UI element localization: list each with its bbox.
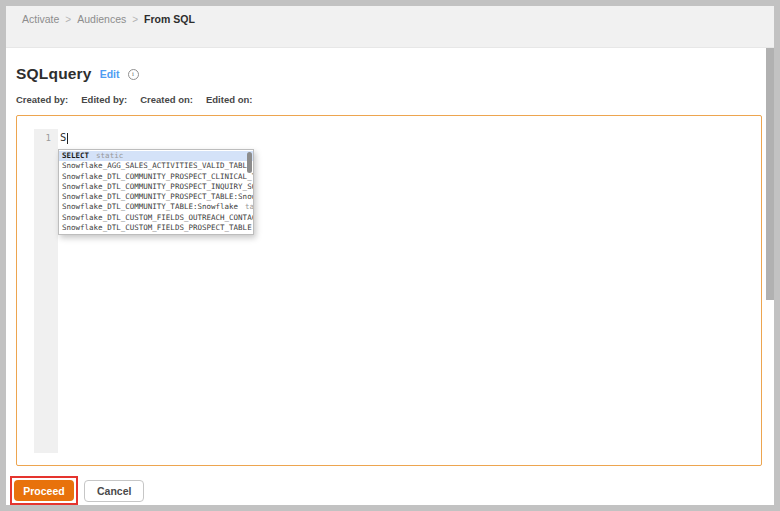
dropdown-scrollbar-thumb[interactable] [247,152,252,173]
autocomplete-item[interactable]: Snowflake_AGG_SALES_ACTIVITIES_VALID_TAB… [59,161,253,171]
created-on-label: Created on: [140,94,193,105]
text-cursor-icon [67,133,68,144]
cancel-button[interactable]: Cancel [84,480,144,502]
autocomplete-item-text: Snowflake_DTL_CUSTOM_FIELDS_PROSPECT_TAB… [62,223,253,232]
autocomplete-item[interactable]: Snowflake_DTL_COMMUNITY_PROSPECT_TABLE:S… [59,192,253,202]
info-icon[interactable]: i [128,69,139,80]
breadcrumb-item-activate[interactable]: Activate [22,13,59,25]
autocomplete-item-type: static [96,151,123,160]
autocomplete-item[interactable]: Snowflake_DTL_COMMUNITY_PROSPECT_INQUIRY… [59,182,253,192]
autocomplete-item-text: Snowflake_DTL_CUSTOM_FIELDS_OUTREACH_CON… [62,213,253,222]
app-window: Activate > Audiences > From SQL SQLquery… [6,6,774,505]
line-number: 1 [34,133,51,143]
autocomplete-item[interactable]: Snowflake_DTL_CUSTOM_FIELDS_PROSPECT_TAB… [59,223,253,233]
page-scrollbar-thumb[interactable] [766,48,774,300]
autocomplete-item[interactable]: Snowflake_DTL_COMMUNITY_PROSPECT_CLINICA… [59,172,253,182]
autocomplete-item-text: Snowflake_DTL_COMMUNITY_PROSPECT_CLINICA… [62,172,253,181]
annotation-highlight-box: Proceed [10,476,78,505]
page-title: SQLquery [16,65,92,83]
chevron-right-icon: > [65,14,71,25]
autocomplete-item-select[interactable]: SELECTstatic [59,151,253,161]
autocomplete-item-text: Snowflake_DTL_COMMUNITY_PROSPECT_TABLE:S… [62,192,253,201]
chevron-right-icon: > [132,14,138,25]
editor-gutter [34,129,58,453]
breadcrumb: Activate > Audiences > From SQL [22,13,195,25]
created-by-label: Created by: [16,94,68,105]
autocomplete-dropdown: SELECTstatic Snowflake_AGG_SALES_ACTIVIT… [58,149,254,235]
code-text: S [60,131,68,144]
edit-title-link[interactable]: Edit [100,68,120,80]
autocomplete-item[interactable]: Snowflake_DTL_COMMUNITY_TABLE:Snowflaket… [59,202,253,212]
breadcrumb-item-audiences[interactable]: Audiences [77,13,126,25]
breadcrumb-band: Activate > Audiences > From SQL [6,6,774,48]
breadcrumb-item-from-sql: From SQL [144,13,195,25]
proceed-button[interactable]: Proceed [14,480,74,501]
autocomplete-item-type: tab [245,202,253,211]
edited-by-label: Edited by: [81,94,127,105]
autocomplete-item-text: Snowflake_DTL_COMMUNITY_TABLE:Snowflake [62,202,238,211]
autocomplete-item-text: Snowflake_DTL_COMMUNITY_PROSPECT_INQUIRY… [62,182,253,191]
editor-line-1[interactable]: 1 S [34,131,741,144]
edited-on-label: Edited on: [206,94,252,105]
autocomplete-item[interactable]: Snowflake_DTL_CUSTOM_FIELDS_OUTREACH_CON… [59,213,253,223]
autocomplete-item-text: SELECT [62,151,89,160]
autocomplete-item-text: Snowflake_AGG_SALES_ACTIVITIES_VALID_TAB… [62,161,253,170]
header: SQLquery Edit i [16,65,139,83]
meta-row: Created by: Edited by: Created on: Edite… [16,94,252,105]
